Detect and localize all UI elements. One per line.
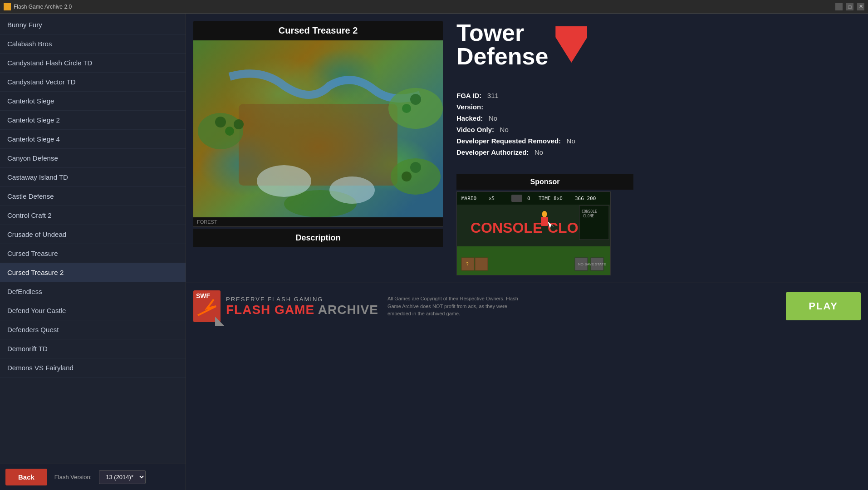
dev-authorized-row: Developer Authorized: No: [456, 148, 633, 156]
flash-game-label: FLASH GAME: [226, 303, 314, 317]
swf-badge: SWF: [193, 290, 221, 322]
flash-logo: SWF PRESERVE FLASH GAMING FLASH GAME ARC…: [193, 290, 378, 322]
sidebar-item-canterlotsiege[interactable]: Canterlot Siege: [0, 92, 186, 111]
svg-text:CONSOLE: CONSOLE: [582, 210, 597, 214]
game-image-footer: FOREST: [193, 217, 443, 227]
sidebar-item-castledefense[interactable]: Castle Defense: [0, 187, 186, 206]
title-bar: Flash Game Archive 2.0 − □ ✕: [0, 0, 868, 14]
hacked-row: Hacked: No: [456, 114, 633, 122]
minimize-button[interactable]: −: [835, 3, 843, 10]
genre-header: TowerDefense: [456, 21, 633, 68]
maximize-button[interactable]: □: [846, 3, 853, 10]
shield-icon: [555, 26, 587, 63]
description-bar: Description: [193, 229, 443, 247]
game-info: FGA ID: 311 Version: Hacked: No Video On…: [456, 92, 633, 160]
svg-rect-24: [511, 195, 522, 202]
main-container: Bunny FuryCalabash BrosCandystand Flash …: [0, 14, 868, 490]
flash-version-select[interactable]: 13 (2014)*: [99, 470, 146, 484]
sidebar-item-cursedtreasure[interactable]: Cursed Treasure: [0, 244, 186, 263]
fga-id-value: 311: [487, 92, 499, 99]
flash-version-label: Flash Version:: [54, 474, 92, 480]
archive-label: ARCHIVE: [318, 303, 378, 317]
sidebar-item-defendless[interactable]: DefEndless: [0, 282, 186, 301]
sidebar-list: Bunny FuryCalabash BrosCandystand Flash …: [0, 14, 186, 464]
dev-authorized-value: No: [535, 148, 543, 156]
title-bar-right: − □ ✕: [835, 3, 864, 10]
fga-id-row: FGA ID: 311: [456, 92, 633, 99]
sidebar-item-demonrifttd[interactable]: Demonrift TD: [0, 339, 186, 358]
svg-rect-37: [475, 258, 488, 270]
flash-text: PRESERVE FLASH GAMING FLASH GAME ARCHIVE: [226, 296, 378, 317]
video-only-value: No: [500, 126, 509, 133]
sidebar-item-castawayislandtd[interactable]: Castaway Island TD: [0, 168, 186, 187]
game-image: [193, 40, 443, 217]
sidebar-item-controlcraft2[interactable]: Control Craft 2: [0, 206, 186, 225]
hacked-value: No: [489, 114, 497, 122]
svg-rect-34: [542, 211, 547, 217]
preserve-text: PRESERVE FLASH GAMING: [226, 296, 378, 303]
sidebar-item-candystandflashcircletd[interactable]: Candystand Flash Circle TD: [0, 54, 186, 73]
svg-text:×5: ×5: [489, 196, 495, 201]
sidebar-item-calabashbros[interactable]: Calabash Bros: [0, 34, 186, 54]
sponsor-svg: MARIO ×5 0 TIME 8×0 366 200 CONSOLE CLON…: [457, 192, 611, 275]
svg-text:NO SAVE STATE: NO SAVE STATE: [578, 262, 606, 266]
sidebar-bottom: Back Flash Version: 13 (2014)*: [0, 464, 186, 490]
svg-point-7: [215, 117, 226, 127]
svg-point-6: [329, 176, 375, 204]
archive-title: FLASH GAME ARCHIVE: [226, 303, 378, 317]
sidebar-item-cursedtreasure2[interactable]: Cursed Treasure 2: [0, 263, 186, 282]
sidebar-item-bunnyfury[interactable]: Bunny Fury: [0, 15, 186, 34]
sidebar: Bunny FuryCalabash BrosCandystand Flash …: [0, 14, 186, 490]
svg-text:CONSOLE: CONSOLE: [471, 220, 542, 236]
app-icon: [4, 3, 11, 10]
sponsor-title: Sponsor: [456, 174, 633, 190]
title-bar-left: Flash Game Archive 2.0: [4, 3, 72, 10]
dev-removed-row: Developer Requested Removed: No: [456, 137, 633, 145]
video-only-row: Video Only: No: [456, 126, 633, 133]
game-main: Cursed Treasure 2: [193, 21, 443, 275]
game-section: Cursed Treasure 2: [186, 14, 868, 283]
svg-point-5: [257, 165, 311, 197]
sponsor-image[interactable]: MARIO ×5 0 TIME 8×0 366 200 CONSOLE CLON…: [456, 191, 611, 275]
content-area: Cursed Treasure 2: [186, 14, 868, 490]
svg-rect-33: [541, 217, 548, 226]
back-button[interactable]: Back: [5, 469, 47, 485]
sponsor-section: Sponsor MARIO ×5: [456, 174, 633, 275]
sidebar-item-defendyourcastle[interactable]: Defend Your Castle: [0, 301, 186, 320]
genre-title: TowerDefense: [456, 21, 548, 68]
svg-text:MARIO: MARIO: [461, 196, 476, 201]
play-button[interactable]: PLAY: [786, 292, 861, 320]
flash-description: All Games are Copyright of their Respect…: [387, 295, 524, 318]
dev-removed-value: No: [567, 137, 575, 145]
sidebar-item-candystandvectortd[interactable]: Candystand Vector TD: [0, 73, 186, 92]
version-row: Version:: [456, 103, 633, 111]
sidebar-item-canyondefense[interactable]: Canyon Defense: [0, 149, 186, 168]
svg-point-8: [225, 127, 234, 136]
svg-text:TIME 8×0: TIME 8×0: [539, 196, 563, 201]
sidebar-item-demonsvsfairyland[interactable]: Demons VS Fairyland: [0, 358, 186, 377]
svg-point-9: [234, 119, 244, 129]
app-title: Flash Game Archive 2.0: [14, 4, 72, 10]
svg-text:CLONE: CLONE: [583, 214, 594, 218]
sidebar-item-crusadeofundead[interactable]: Crusade of Undead: [0, 225, 186, 244]
sidebar-item-canterlotsiege2[interactable]: Canterlot Siege 2: [0, 111, 186, 130]
sidebar-item-canterlotsiege4[interactable]: Canterlot Siege 4: [0, 130, 186, 149]
svg-text:?: ?: [466, 262, 469, 267]
game-map-svg: [193, 40, 443, 217]
svg-point-11: [402, 104, 411, 113]
bottom-area: SWF PRESERVE FLASH GAMING FLASH GAME ARC…: [186, 283, 868, 329]
svg-point-12: [410, 162, 421, 173]
svg-text:366 200: 366 200: [575, 196, 596, 201]
svg-text:0: 0: [527, 196, 530, 201]
game-title: Cursed Treasure 2: [193, 21, 443, 40]
svg-point-13: [402, 172, 412, 181]
right-panel: TowerDefense FGA ID: 311 Version: Hacke: [443, 21, 633, 275]
sidebar-item-defendersquest[interactable]: Defenders Quest: [0, 320, 186, 339]
close-button[interactable]: ✕: [857, 3, 864, 10]
game-image-wrapper: FOREST: [193, 40, 443, 227]
svg-point-10: [410, 94, 421, 105]
